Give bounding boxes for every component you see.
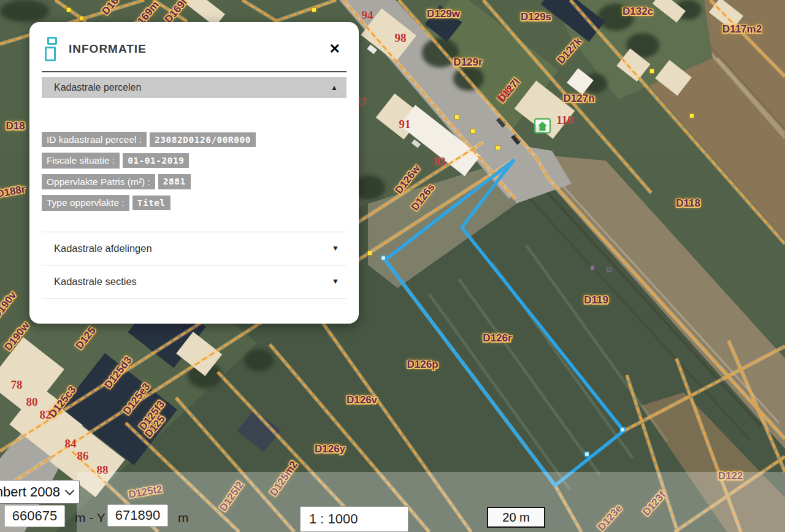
scale-bar-label: 20 m — [502, 511, 529, 525]
panel-header: INFORMATIE ✕ — [29, 22, 359, 71]
field-value: 01-01-2019 — [123, 153, 189, 168]
section-header-kadastrale-secties[interactable]: Kadastrale secties▼ — [42, 265, 347, 298]
chevron-down-icon — [65, 485, 75, 495]
panel-title: INFORMATIE — [69, 42, 327, 56]
section-label: Kadastrale secties — [54, 276, 137, 287]
info-field-row: Oppervlakte Patris (m²) :2881 — [42, 174, 347, 189]
x-unit-label: m - Y — [75, 511, 105, 525]
header-divider — [42, 71, 347, 72]
section-header-kadastrale-percelen[interactable]: Kadastrale percelen ▲ — [42, 77, 347, 98]
field-value: 23082D0126/00R000 — [150, 132, 256, 147]
projection-value: Lambert 2008 — [0, 484, 60, 500]
section-header-kadastrale-afdelingen[interactable]: Kadastrale afdelingen▼ — [42, 232, 347, 265]
map-viewport[interactable]: D16D169mD169lD129wD129sD132cD117m2D129rD… — [0, 0, 785, 532]
info-field-row: Type oppervlakte :Titel — [42, 195, 347, 210]
section-label: Kadastrale afdelingen — [54, 243, 152, 254]
field-value: 2881 — [158, 174, 191, 189]
info-icon — [43, 37, 59, 61]
scale-bar: 20 m — [487, 507, 545, 528]
scale-input[interactable] — [300, 506, 408, 532]
projection-select[interactable]: Lambert 2008 — [0, 480, 80, 504]
field-value: Titel — [132, 196, 170, 210]
field-label: Fiscale situatie : — [42, 153, 120, 168]
address-point-icon — [535, 119, 550, 133]
section-label: Kadastrale percelen — [54, 82, 141, 93]
x-coordinate-input[interactable] — [4, 505, 65, 527]
info-field-row: Fiscale situatie :01-01-2019 — [42, 153, 347, 168]
chevron-down-icon: ▼ — [332, 277, 339, 286]
chevron-down-icon: ▼ — [332, 244, 339, 253]
collapsible-sections: Kadastrale afdelingen▼Kadastrale secties… — [42, 232, 347, 298]
y-coordinate-input[interactable] — [107, 504, 168, 526]
chevron-up-icon: ▲ — [331, 83, 338, 92]
information-panel: INFORMATIE ✕ Kadastrale percelen ▲ ID ka… — [29, 22, 359, 324]
field-label: Oppervlakte Patris (m²) : — [42, 174, 155, 189]
close-icon[interactable]: ✕ — [327, 41, 343, 57]
field-label: Type oppervlakte : — [42, 195, 129, 210]
y-unit-label: m — [178, 511, 189, 525]
info-field-row: ID kadastraal perceel :23082D0126/00R000 — [42, 132, 347, 147]
field-label: ID kadastraal perceel : — [42, 132, 147, 147]
info-fields: ID kadastraal perceel :23082D0126/00R000… — [42, 132, 347, 211]
